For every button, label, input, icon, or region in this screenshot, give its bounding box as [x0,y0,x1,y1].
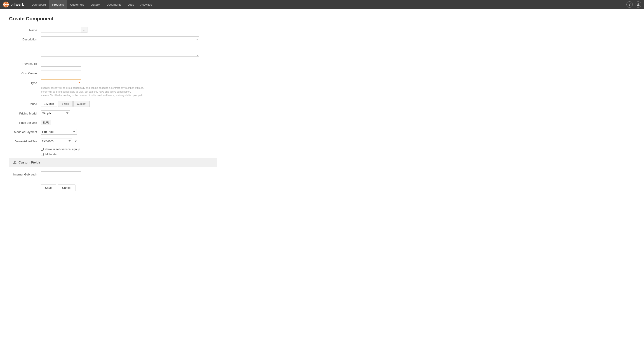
external-id-label: External ID [9,61,41,66]
bill-in-trial-checkbox[interactable] [41,153,44,156]
name-label: Name [9,27,41,32]
name-dots-button[interactable]: ... [81,27,88,33]
price-per-unit-label: Price per Unit [9,120,41,124]
form-divider [9,181,217,181]
period-buttons: 1 Month 1 Year Custom [41,101,90,107]
name-input-wrapper: ... [41,27,88,33]
name-field-group: Name ... [9,27,217,33]
type-field-group: Type quantity based on/off metered ▾ 'qu… [9,79,217,97]
nav-item-customers[interactable]: Customers [67,0,88,9]
description-field-group: Description ... [9,36,217,57]
period-1month-button[interactable]: 1 Month [41,101,57,107]
checkbox-group: show in self-service signup bill in tria… [41,147,217,156]
type-select[interactable]: quantity based on/off metered [41,79,81,85]
type-hint-1: 'quantity based' will be billed periodic… [41,86,144,89]
pricing-model-select[interactable]: Simple Volume Tiered Stairstep [41,110,70,116]
mode-of-payment-select[interactable]: Pre Paid Post Paid [41,129,77,135]
vat-wrapper: Services Goods None [41,138,78,144]
nav-item-products[interactable]: Products [49,0,67,9]
external-id-field-group: External ID [9,61,217,67]
page-title: Create Component [9,16,217,22]
brand-name: billwerk [10,2,24,6]
type-label: Type [9,80,41,85]
cost-center-label: Cost Center [9,70,41,75]
custom-fields-title: Custom Fields [18,161,40,164]
price-input[interactable] [50,120,91,125]
self-service-checkbox-item: show in self-service signup [41,147,217,151]
description-textarea[interactable] [41,36,199,57]
nav-item-outbox[interactable]: Outbox [88,0,103,9]
period-custom-button[interactable]: Custom [74,101,90,107]
vat-field-group: Value Added Tax Services Goods None [9,138,217,144]
period-label: Period [9,101,41,106]
brand[interactable]: billwerk [3,1,24,8]
brand-logo-icon [3,1,9,8]
user-button[interactable] [635,1,641,8]
type-select-wrapper: quantity based on/off metered ▾ [41,79,81,85]
pricing-model-field-group: Pricing Model Simple Volume Tiered Stair… [9,110,217,116]
mode-of-payment-label: Mode of Payment [9,129,41,134]
type-hint: 'quantity based' will be billed periodic… [41,86,144,97]
cancel-button[interactable]: Cancel [58,185,76,191]
svg-point-11 [638,3,639,5]
period-field-group: Period 1 Month 1 Year Custom [9,101,217,107]
svg-point-12 [14,161,16,163]
bill-in-trial-label[interactable]: bill in trial [45,153,57,156]
external-id-input[interactable] [41,61,81,67]
pricing-model-label: Pricing Model [9,110,41,115]
custom-fields-icon [13,160,17,164]
price-unit-wrapper: EUR [41,120,91,125]
vat-select[interactable]: Services Goods None [41,138,72,144]
main-content: Create Component Name ... Description ..… [0,9,226,198]
user-icon [636,3,640,6]
save-button[interactable]: Save [41,185,56,191]
vat-label: Value Added Tax [9,138,41,143]
currency-label: EUR [41,120,50,125]
description-dots-button[interactable]: ... [196,37,198,40]
nav-items: Dashboard Products Customers Outbox Docu… [28,0,626,9]
period-1year-button[interactable]: 1 Year [58,101,72,107]
nav-right: ? [626,1,641,8]
navbar: billwerk Dashboard Products Customers Ou… [0,0,644,9]
description-wrapper: ... [41,36,199,57]
custom-fields-section: Custom Fields [9,158,217,167]
type-hint-2: 'on/off' will be billed periodically as … [41,90,131,93]
price-per-unit-field-group: Price per Unit EUR [9,120,217,125]
description-label: Description [9,36,41,41]
interner-gebrauch-field-group: Interner Gebrauch [9,171,217,177]
nav-item-documents[interactable]: Documents [103,0,124,9]
interner-gebrauch-input[interactable] [41,171,81,177]
cost-center-field-group: Cost Center [9,70,217,76]
interner-gebrauch-label: Interner Gebrauch [9,171,41,176]
nav-item-dashboard[interactable]: Dashboard [28,0,49,9]
nav-item-activities[interactable]: Activities [137,0,155,9]
type-hint-3: 'metered' is billed according to the num… [41,94,144,97]
form-actions: Save Cancel [41,185,217,191]
bill-in-trial-checkbox-item: bill in trial [41,153,217,156]
mode-of-payment-field-group: Mode of Payment Pre Paid Post Paid [9,129,217,135]
nav-item-logs[interactable]: Logs [124,0,137,9]
wrench-icon [74,139,77,142]
vat-wrench-button[interactable] [74,139,78,143]
show-self-service-checkbox[interactable] [41,148,44,151]
cost-center-input[interactable] [41,70,81,76]
name-input[interactable] [41,27,81,33]
show-self-service-label[interactable]: show in self-service signup [45,147,80,151]
svg-point-2 [5,4,6,5]
help-button[interactable]: ? [626,1,633,8]
